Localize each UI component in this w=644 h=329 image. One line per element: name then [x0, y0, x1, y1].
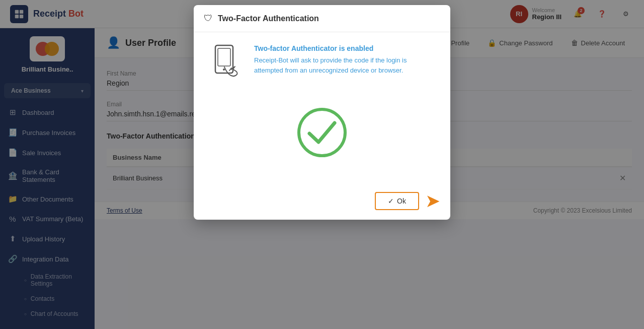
svg-rect-5 — [218, 48, 230, 66]
ok-button[interactable]: ✓ Ok — [375, 192, 419, 210]
checkmark-icon: ✓ — [388, 197, 394, 205]
tfa-text-area: Two-factor Authenticator is enabled Rece… — [254, 44, 435, 75]
modal-body: Two-factor Authenticator is enabled Rece… — [194, 32, 450, 182]
success-checkmark — [294, 105, 350, 160]
arrow-hint: ➤ — [425, 190, 440, 212]
modal-title: Two-Factor Authentication — [218, 14, 319, 23]
modal-overlay: 🛡 Two-Factor Authentication — [0, 0, 644, 329]
tfa-icon-area — [209, 44, 244, 85]
tfa-status-area: Two-factor Authenticator is enabled Rece… — [209, 44, 435, 85]
tfa-enabled-label: Two-factor Authenticator is enabled — [254, 44, 435, 52]
check-area — [209, 95, 435, 170]
shield-icon: 🛡 — [204, 13, 213, 24]
authenticator-icon — [210, 44, 243, 85]
tfa-modal: 🛡 Two-Factor Authentication — [194, 5, 450, 220]
svg-point-6 — [223, 69, 225, 71]
modal-footer: ✓ Ok ➤ — [194, 182, 450, 220]
receipt-bot-link: Receipt-Bot — [254, 56, 288, 64]
tfa-description: Receipt-Bot will ask to provide the code… — [254, 55, 435, 75]
svg-point-10 — [299, 109, 345, 156]
modal-header: 🛡 Two-Factor Authentication — [194, 5, 450, 32]
